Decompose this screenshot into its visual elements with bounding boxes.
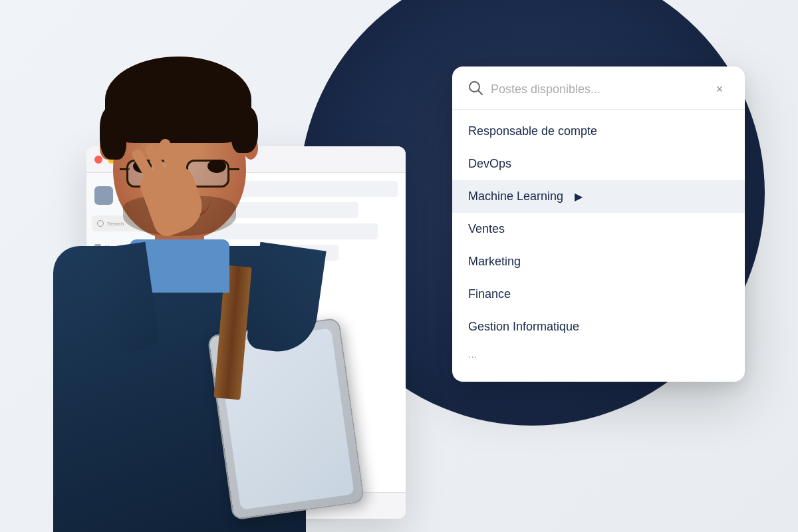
svg-point-0 [469, 82, 479, 92]
cursor-pointer-icon: ▶ [575, 190, 583, 203]
dropdown-item-ml[interactable]: Machine Learning ▶ [452, 180, 745, 213]
dropdown-search-area: Postes disponibles... × [452, 66, 745, 110]
person-composite [33, 13, 366, 532]
person-photo [0, 0, 412, 532]
search-icon [468, 80, 483, 98]
background-scene: Demonstration Board Portal Search Home M… [0, 0, 798, 532]
person-hair-top [105, 57, 251, 143]
close-button[interactable]: × [710, 80, 729, 98]
more-items-indicator: ... [452, 343, 745, 366]
search-placeholder-text[interactable]: Postes disponibles... [491, 82, 702, 96]
glasses-arm-right [229, 168, 239, 170]
dropdown-item-responsable[interactable]: Responsable de compte [452, 115, 745, 148]
dropdown-item-devops[interactable]: DevOps [452, 148, 745, 180]
dropdown-item-ventes[interactable]: Ventes [452, 213, 745, 245]
dropdown-item-marketing[interactable]: Marketing [452, 245, 745, 278]
dropdown-item-gestion[interactable]: Gestion Informatique [452, 311, 745, 343]
dropdown-item-finance[interactable]: Finance [452, 278, 745, 311]
svg-line-1 [479, 91, 483, 95]
person-eye-right [207, 160, 226, 173]
dropdown-items-list: Responsable de compte DevOps Machine Lea… [452, 110, 745, 371]
job-search-dropdown: Postes disponibles... × Responsable de c… [452, 66, 745, 382]
